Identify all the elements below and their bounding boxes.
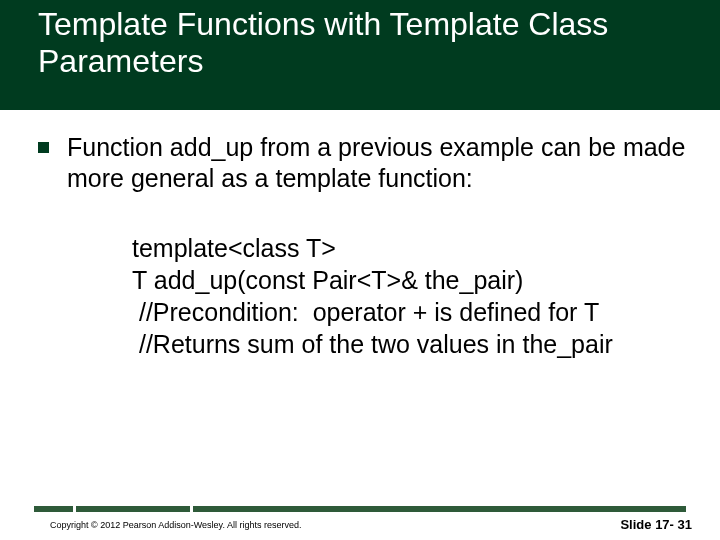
code-line-4: //Returns sum of the two values in the_p… (132, 328, 700, 360)
bullet-text: Function add_up from a previous example … (67, 132, 690, 195)
slide-title: Template Functions with Template Class P… (38, 6, 720, 80)
slide: Template Functions with Template Class P… (0, 0, 720, 540)
footer-divider (34, 506, 686, 512)
copyright-text: Copyright © 2012 Pearson Addison-Wesley.… (50, 520, 301, 530)
slide-number: Slide 17- 31 (620, 517, 692, 532)
bullet-item: Function add_up from a previous example … (38, 132, 690, 195)
code-line-3: //Precondition: operator + is defined fo… (132, 296, 700, 328)
code-block: template<class T> T add_up(const Pair<T>… (132, 232, 700, 360)
code-line-2: T add_up(const Pair<T>& the_pair) (132, 264, 700, 296)
title-band: Template Functions with Template Class P… (0, 0, 720, 110)
square-bullet-icon (38, 142, 49, 153)
content-area: Function add_up from a previous example … (38, 132, 690, 195)
code-line-1: template<class T> (132, 232, 700, 264)
